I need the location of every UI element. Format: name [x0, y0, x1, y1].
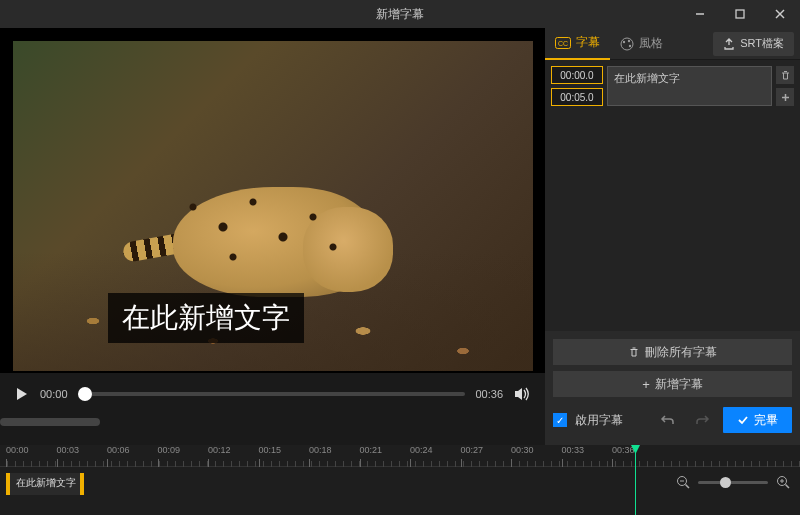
timeline: 00:0000:0300:0600:0900:1200:1500:1800:21…	[0, 445, 800, 515]
subtitle-list: 00:00.0 00:05.0 在此新增文字	[545, 60, 800, 331]
enable-label: 啟用字幕	[575, 412, 623, 429]
player-controls: 00:00 00:36	[0, 373, 545, 415]
volume-button[interactable]	[513, 385, 531, 403]
preview-panel: 在此新增文字 00:00 00:36	[0, 28, 545, 445]
redo-button[interactable]	[689, 407, 715, 433]
tab-subtitle[interactable]: CC 字幕	[545, 28, 610, 60]
duration-time: 00:36	[475, 388, 503, 400]
play-button[interactable]	[14, 386, 30, 402]
timeline-scrollbar[interactable]	[0, 415, 545, 429]
ruler-tick: 00:12	[208, 445, 231, 455]
svg-rect-1	[736, 10, 744, 18]
window-title: 新增字幕	[376, 6, 424, 23]
seek-slider[interactable]	[78, 392, 466, 396]
ruler-tick: 00:06	[107, 445, 130, 455]
subtitle-text-input[interactable]: 在此新增文字	[607, 66, 772, 106]
undo-button[interactable]	[655, 407, 681, 433]
ruler-tick: 00:24	[410, 445, 433, 455]
redo-icon	[694, 412, 710, 428]
palette-icon	[620, 37, 634, 51]
delete-row-button[interactable]	[776, 66, 794, 84]
add-subtitle-label: 新增字幕	[655, 376, 703, 393]
ruler-tick: 00:36	[612, 445, 635, 455]
side-panel: CC 字幕 風格 SRT檔案 00:00.0 00:05.0 在此新增文字	[545, 28, 800, 445]
ruler-tick: 00:21	[360, 445, 383, 455]
svg-point-11	[629, 44, 631, 46]
add-row-button[interactable]	[776, 88, 794, 106]
svg-marker-5	[515, 388, 522, 400]
trash-icon	[780, 70, 791, 81]
svg-point-10	[628, 39, 630, 41]
ruler-tick: 00:30	[511, 445, 534, 455]
enable-subtitle-checkbox[interactable]: ✓	[553, 413, 567, 427]
current-time: 00:00	[40, 388, 68, 400]
delete-all-button[interactable]: 刪除所有字幕	[553, 339, 792, 365]
plus-icon: +	[642, 377, 650, 392]
svg-point-9	[623, 40, 625, 42]
ruler-tick: 00:09	[158, 445, 181, 455]
plus-icon	[780, 92, 791, 103]
start-time-input[interactable]: 00:00.0	[551, 66, 603, 84]
video-preview: 在此新增文字	[0, 28, 545, 373]
cc-icon: CC	[555, 37, 571, 49]
titlebar: 新增字幕	[0, 0, 800, 28]
tab-label: 風格	[639, 35, 663, 52]
svg-point-8	[621, 38, 633, 50]
svg-text:CC: CC	[558, 39, 568, 46]
subtitle-clip[interactable]: 在此新增文字	[6, 473, 84, 495]
undo-icon	[660, 412, 676, 428]
tab-label: 字幕	[576, 34, 600, 51]
done-label: 完畢	[754, 412, 778, 429]
timeline-ruler[interactable]: 00:0000:0300:0600:0900:1200:1500:1800:21…	[0, 445, 800, 467]
import-icon	[723, 38, 735, 50]
zoom-slider[interactable]	[698, 481, 768, 484]
maximize-button[interactable]	[720, 0, 760, 28]
zoom-out-button[interactable]	[676, 475, 690, 489]
delete-all-label: 刪除所有字幕	[645, 344, 717, 361]
ruler-tick: 00:18	[309, 445, 332, 455]
subtitle-overlay: 在此新增文字	[108, 293, 304, 343]
minimize-button[interactable]	[680, 0, 720, 28]
subtitle-row: 00:00.0 00:05.0 在此新增文字	[551, 66, 794, 106]
ruler-tick: 00:27	[461, 445, 484, 455]
playhead[interactable]	[635, 445, 636, 515]
zoom-in-button[interactable]	[776, 475, 790, 489]
ruler-tick: 00:15	[259, 445, 282, 455]
close-button[interactable]	[760, 0, 800, 28]
end-time-input[interactable]: 00:05.0	[551, 88, 603, 106]
srt-label: SRT檔案	[740, 36, 784, 51]
svg-line-15	[686, 485, 690, 489]
done-button[interactable]: 完畢	[723, 407, 792, 433]
trash-icon	[628, 346, 640, 358]
ruler-tick: 00:00	[6, 445, 29, 455]
check-icon	[737, 414, 749, 426]
add-subtitle-button[interactable]: + 新增字幕	[553, 371, 792, 397]
tab-style[interactable]: 風格	[610, 28, 673, 60]
svg-marker-4	[17, 388, 27, 400]
srt-import-button[interactable]: SRT檔案	[713, 32, 794, 56]
svg-line-18	[786, 485, 790, 489]
ruler-tick: 00:03	[57, 445, 80, 455]
ruler-tick: 00:33	[562, 445, 585, 455]
